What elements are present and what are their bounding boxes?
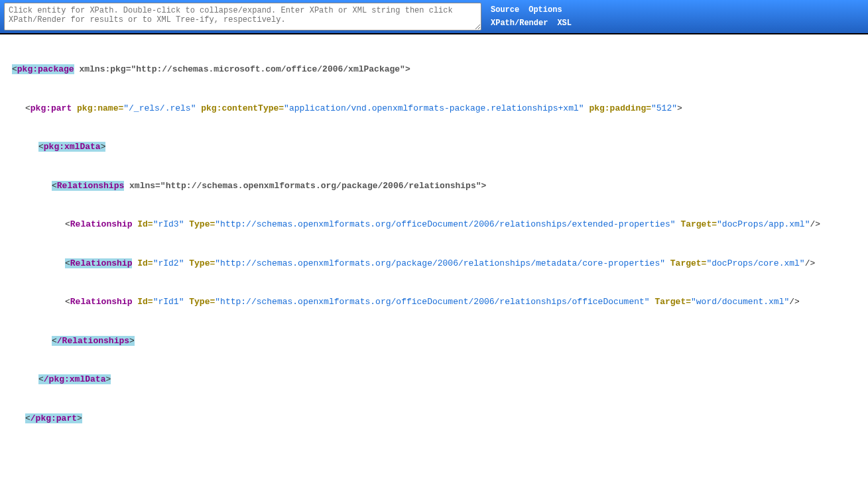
xml-node[interactable]: <Relationship Id="rId2" Type="http://sch… [5,257,863,270]
source-link[interactable]: Source [491,5,519,15]
xml-node[interactable]: <Relationships xmlns="http://schemas.ope… [5,180,863,193]
xml-node[interactable]: <pkg:part pkg:name="/_rels/.rels" pkg:co… [5,102,863,115]
xpath-render-link[interactable]: XPath/Render [491,19,548,28]
xml-node[interactable]: <pkg:xmlData> [5,140,863,154]
toolbar-links: Source Options XPath/Render XSL [491,3,572,28]
xml-node[interactable]: <pkg:package xmlns:pkg="http://schemas.m… [5,63,863,76]
xml-node[interactable]: </pkg:part> [5,412,863,425]
xml-node[interactable]: <Relationship Id="rId1" Type="http://sch… [5,295,863,309]
options-link[interactable]: Options [528,5,562,15]
xml-node[interactable]: </pkg:xmlData> [5,373,863,386]
toolbar: Source Options XPath/Render XSL [0,0,868,34]
xml-node[interactable]: </Relationships> [5,335,863,348]
xml-node[interactable]: <Relationship Id="rId3" Type="http://sch… [5,218,863,231]
xpath-input[interactable] [4,3,481,30]
xml-tree[interactable]: <pkg:package xmlns:pkg="http://schemas.m… [0,34,868,481]
xsl-link[interactable]: XSL [557,19,572,28]
